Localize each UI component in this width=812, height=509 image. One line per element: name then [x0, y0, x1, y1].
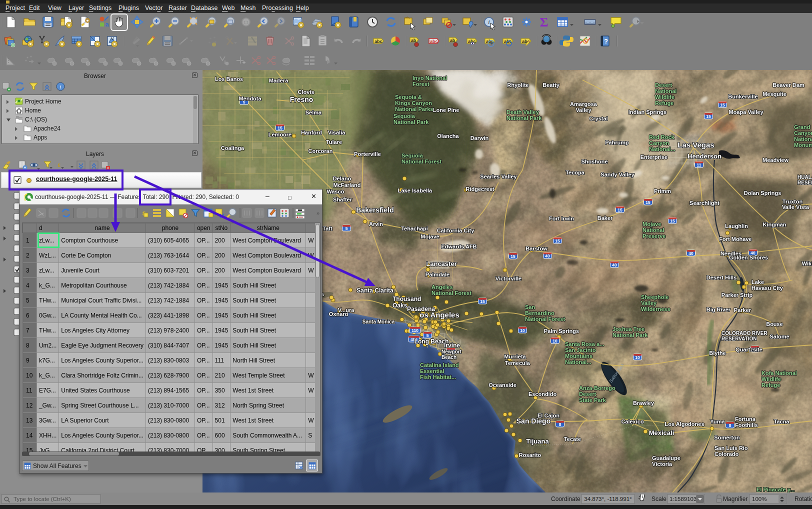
svg-text:Clovis: Clovis: [298, 89, 314, 95]
svg-text:Selma: Selma: [306, 110, 322, 116]
svg-text:Monument: Monument: [794, 142, 812, 148]
svg-text:Beach: Beach: [442, 354, 456, 360]
svg-text:Kingman: Kingman: [762, 222, 786, 228]
svg-text:Santa Clarita: Santa Clarita: [356, 287, 394, 294]
svg-text:Fortuna: Fortuna: [735, 416, 756, 422]
svg-text:Valley: Valley: [576, 107, 592, 113]
svg-text:National: National: [655, 88, 676, 94]
svg-text:Madera: Madera: [269, 78, 288, 84]
svg-text:Havasu City: Havasu City: [752, 285, 784, 291]
svg-text:8: 8: [559, 422, 562, 427]
svg-text:Bernardino: Bernardino: [525, 310, 554, 316]
svg-text:15: 15: [720, 102, 725, 108]
svg-text:Los Banos: Los Banos: [215, 76, 243, 82]
svg-text:15: 15: [670, 218, 675, 224]
svg-text:Wildlife: Wildlife: [655, 94, 674, 100]
svg-text:National: National: [642, 227, 664, 233]
svg-text:Lancaster: Lancaster: [426, 260, 456, 268]
svg-text:Quartzsite: Quartzsite: [736, 346, 762, 352]
svg-text:Fort Mohave: Fort Mohave: [719, 236, 752, 242]
svg-text:Desert: Desert: [655, 82, 672, 88]
svg-text:Lone Pine: Lone Pine: [433, 107, 460, 113]
svg-text:Parker Strip: Parker Strip: [722, 292, 753, 298]
svg-text:Porterville: Porterville: [354, 151, 381, 157]
svg-text:Mojave: Mojave: [420, 234, 439, 240]
svg-text:Bakersfield: Bakersfield: [356, 206, 394, 214]
svg-text:Forest: Forest: [412, 81, 430, 87]
svg-text:Taft: Taft: [322, 226, 332, 232]
svg-text:Sandy Valley: Sandy Valley: [600, 172, 634, 178]
svg-text:Sequoia &: Sequoia &: [395, 94, 422, 100]
svg-text:Santa Rosa a...: Santa Rosa a...: [565, 341, 604, 347]
svg-text:40: 40: [545, 254, 550, 258]
svg-text:Enterprise: Enterprise: [640, 154, 668, 160]
svg-text:Irvine: Irvine: [444, 342, 460, 349]
svg-text:Sheephole: Sheephole: [641, 294, 669, 300]
svg-text:Shoshone: Shoshone: [581, 158, 608, 164]
svg-text:Meadview: Meadview: [762, 157, 788, 163]
svg-text:os Angeles: os Angeles: [420, 310, 459, 319]
svg-text:San Luis Rio: San Luis Rio: [714, 445, 748, 451]
svg-text:10: 10: [552, 338, 558, 344]
svg-text:Somerton: Somerton: [714, 434, 740, 440]
svg-text:Searles Valley: Searles Valley: [480, 174, 517, 180]
svg-text:Lake Isabella: Lake Isabella: [398, 188, 432, 194]
svg-text:Moapa Valley: Moapa Valley: [728, 109, 764, 115]
svg-text:Beatty: Beatty: [542, 82, 560, 88]
svg-text:Red Rock: Red Rock: [649, 134, 675, 140]
svg-text:Henderson: Henderson: [688, 152, 722, 160]
svg-text:National Parks: National Parks: [395, 106, 433, 112]
svg-text:Victorville: Victorville: [496, 276, 522, 282]
svg-text:Kings Canyon: Kings Canyon: [395, 100, 432, 106]
svg-text:Mojave: Mojave: [642, 221, 661, 227]
svg-text:Wasco: Wasco: [326, 188, 344, 194]
svg-text:10: 10: [520, 328, 525, 333]
svg-text:Mexicali: Mexicali: [649, 429, 674, 436]
svg-text:San: San: [525, 304, 535, 310]
svg-text:15: 15: [555, 238, 560, 244]
svg-text:ε: ε: [58, 162, 60, 168]
svg-text:HUALAPAI: HUALAPAI: [798, 174, 812, 180]
svg-text:Wikie: Wikie: [802, 260, 812, 266]
svg-text:Grand: Grand: [794, 124, 810, 130]
svg-text:Palmdale: Palmdale: [426, 272, 450, 278]
svg-text:National: National: [794, 136, 812, 142]
svg-text:Fort Irwin: Fort Irwin: [549, 216, 574, 222]
svg-text:El Pinacate y...: El Pinacate y...: [756, 486, 794, 492]
svg-text:Baker: Baker: [598, 215, 613, 221]
svg-text:Tecopa: Tecopa: [566, 170, 585, 176]
svg-text:Catalina Island: Catalina Island: [420, 362, 459, 368]
svg-text:National Park: National Park: [612, 332, 648, 338]
svg-text:RESERVATION: RESERVATION: [722, 336, 757, 342]
svg-text:Coalinga: Coalinga: [221, 145, 244, 151]
svg-text:1:1: 1:1: [244, 20, 248, 24]
svg-text:Thousand: Thousand: [392, 296, 421, 302]
svg-text:40: 40: [688, 251, 694, 256]
svg-text:15: 15: [618, 208, 622, 212]
svg-text:Death Valley: Death Valley: [506, 109, 540, 115]
svg-text:Angeles: Angeles: [432, 284, 453, 290]
svg-text:Calexico: Calexico: [621, 418, 644, 424]
svg-text:Ridgecrest: Ridgecrest: [466, 186, 494, 192]
svg-text:Darwin: Darwin: [470, 135, 489, 141]
svg-text:State Park: State Park: [579, 397, 606, 403]
svg-text:COLORADO RIVER: COLORADO RIVER: [722, 330, 768, 336]
svg-text:El Cajon: El Cajon: [538, 412, 560, 418]
svg-text:?: ?: [604, 38, 608, 45]
svg-text:Inyo National: Inyo National: [412, 75, 447, 81]
svg-text:Laughlin: Laughlin: [725, 223, 748, 229]
svg-text:Las Vegas: Las Vegas: [678, 140, 714, 149]
svg-text:abc: abc: [374, 39, 382, 44]
svg-text:McFarland: McFarland: [333, 182, 360, 188]
svg-text:Arvin: Arvin: [369, 221, 383, 227]
svg-text:Canyon-Parasha: Canyon-Parasha: [794, 130, 812, 136]
svg-text:Salome: Salome: [770, 334, 789, 340]
svg-text:Bouse: Bouse: [766, 321, 783, 327]
svg-text:Essential: Essential: [420, 368, 444, 374]
svg-text:15: 15: [510, 254, 516, 259]
svg-text:Canyon: Canyon: [649, 140, 670, 146]
svg-text:V...ura: V...ura: [338, 307, 354, 313]
svg-text:Visalia: Visalia: [328, 130, 346, 136]
svg-text:11: 11: [697, 162, 702, 168]
svg-text:National Forest: National Forest: [402, 158, 442, 164]
